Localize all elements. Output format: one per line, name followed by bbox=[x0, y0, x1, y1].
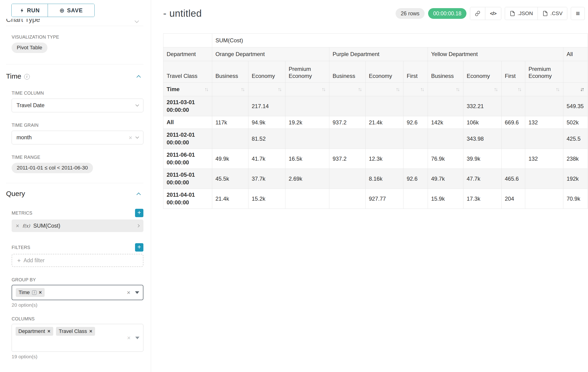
pivot-value-cell: 238k bbox=[563, 149, 588, 169]
sort-icon[interactable]: ↑↓ bbox=[241, 86, 245, 92]
save-button[interactable]: ⊕ SAVE bbox=[48, 4, 94, 17]
columns-select[interactable]: Department × Travel Class × × bbox=[12, 324, 143, 352]
sort-icon[interactable]: ↑↓ bbox=[494, 86, 498, 92]
metric-name: SUM(Cost) bbox=[33, 223, 60, 229]
sort-wrap: ↑↓ bbox=[333, 86, 362, 92]
viz-type-pill[interactable]: Pivot Table bbox=[12, 43, 47, 53]
group-by-chip-time[interactable]: Time i × bbox=[16, 288, 45, 297]
code-icon: </> bbox=[490, 11, 496, 16]
pivot-class-header: First bbox=[502, 61, 525, 83]
sort-icon[interactable]: ↑↓ bbox=[518, 86, 522, 92]
pivot-sort-cell: ↑↓ bbox=[428, 83, 463, 96]
add-metric-button[interactable]: + bbox=[135, 209, 143, 217]
add-filter-plus-button[interactable]: + bbox=[135, 243, 143, 252]
clear-icon[interactable]: × bbox=[127, 289, 130, 296]
pivot-sort-cell: ↑↓ bbox=[403, 83, 428, 96]
time-column-select[interactable]: Travel Date bbox=[12, 99, 143, 112]
info-icon[interactable]: i bbox=[24, 74, 30, 80]
query-section-title: Query bbox=[6, 190, 25, 198]
caret-down-icon[interactable] bbox=[136, 103, 139, 107]
export-csv-button[interactable]: .CSV bbox=[537, 7, 567, 20]
metric-chip[interactable]: × f(x) SUM(Cost) bbox=[12, 220, 143, 232]
export-button-group: .JSON .CSV bbox=[505, 7, 567, 20]
chart-title[interactable]: - untitled bbox=[163, 8, 202, 19]
pivot-value-cell bbox=[525, 169, 563, 189]
remove-chip-icon[interactable]: × bbox=[39, 290, 42, 295]
more-options-button[interactable]: ≡ bbox=[571, 7, 585, 20]
pivot-value-cell: 37.7k bbox=[248, 169, 285, 189]
pivot-class-header: Business bbox=[428, 61, 463, 83]
sort-icon[interactable]: ↑↓ bbox=[358, 86, 362, 92]
collapse-chevron-icon[interactable] bbox=[136, 192, 141, 197]
time-grain-select[interactable]: month × bbox=[12, 131, 143, 144]
caret-down-icon[interactable] bbox=[135, 291, 139, 294]
pivot-class-header: Business bbox=[329, 61, 366, 83]
info-badge-icon[interactable]: i bbox=[32, 290, 36, 295]
visualization-type-label: VISUALIZATION TYPE bbox=[12, 34, 143, 40]
pivot-sort-cell: ↑↓ bbox=[463, 83, 502, 96]
hamburger-menu-icon: ≡ bbox=[576, 10, 580, 17]
pivot-value-cell: 927.77 bbox=[366, 189, 403, 209]
plus-circle-icon: ⊕ bbox=[60, 7, 65, 13]
chevron-right-icon[interactable] bbox=[136, 224, 140, 227]
pivot-value-cell: 204 bbox=[502, 189, 525, 209]
caret-down-icon[interactable] bbox=[135, 337, 139, 339]
pivot-value-cell bbox=[403, 96, 428, 116]
pivot-value-cell: 465.6 bbox=[502, 169, 525, 189]
chart-header-actions: 26 rows 00:00:00.18 </> .JSON bbox=[396, 7, 585, 20]
metrics-label: METRICS bbox=[12, 210, 32, 216]
sort-icon[interactable]: ↑↓ bbox=[205, 86, 209, 92]
pivot-value-cell: 19.2k bbox=[285, 116, 329, 129]
time-section-header[interactable]: Time i bbox=[6, 72, 143, 80]
pivot-value-cell: 132 bbox=[525, 116, 563, 129]
pivot-value-cell bbox=[329, 129, 366, 149]
pivot-value-cell: 192k bbox=[563, 169, 588, 189]
time-range-pill[interactable]: 2011-01-01 ≤ col < 2011-06-30 bbox=[12, 163, 93, 173]
columns-chip-department[interactable]: Department × bbox=[16, 327, 53, 336]
collapse-chevron-icon[interactable] bbox=[136, 75, 141, 79]
sort-icon[interactable]: ↑↓ bbox=[456, 86, 460, 92]
pivot-row-label: 2011-03-01 00:00:00 bbox=[163, 96, 212, 116]
query-section-header[interactable]: Query bbox=[6, 190, 143, 198]
row-count-badge: 26 rows bbox=[396, 8, 425, 19]
copy-link-button[interactable] bbox=[470, 7, 485, 20]
add-filter-button[interactable]: + Add filter bbox=[12, 254, 143, 267]
time-column-value: Travel Date bbox=[17, 102, 45, 109]
pivot-value-cell bbox=[502, 96, 525, 116]
pivot-value-cell bbox=[285, 129, 329, 149]
export-json-label: .JSON bbox=[518, 11, 533, 17]
share-button-group: </> bbox=[470, 7, 501, 20]
caret-down-icon[interactable] bbox=[136, 135, 139, 139]
sort-wrap: ↑↓ bbox=[289, 86, 326, 92]
file-icon bbox=[510, 11, 515, 16]
sort-icon[interactable]: ↑↓ bbox=[322, 86, 326, 92]
clear-icon[interactable]: × bbox=[127, 335, 131, 341]
remove-chip-icon[interactable]: × bbox=[47, 329, 51, 334]
sort-icon-active[interactable]: ↓↑ bbox=[580, 86, 584, 92]
sort-icon[interactable]: ↑↓ bbox=[556, 86, 560, 92]
pivot-data-row: 2011-06-01 00:00:0049.9k41.7k16.5k937.21… bbox=[163, 149, 588, 169]
time-grain-label: TIME GRAIN bbox=[12, 123, 143, 128]
clear-icon[interactable]: × bbox=[129, 135, 132, 141]
group-by-label: GROUP BY bbox=[12, 277, 143, 283]
run-button[interactable]: RUN bbox=[12, 4, 48, 17]
sort-icon[interactable]: ↑↓ bbox=[396, 86, 400, 92]
pivot-value-cell: 15.9k bbox=[428, 189, 463, 209]
pivot-value-cell: 332.21 bbox=[463, 96, 502, 116]
pivot-value-cell bbox=[212, 96, 248, 116]
remove-metric-icon[interactable]: × bbox=[16, 223, 19, 229]
pivot-value-cell: 142k bbox=[428, 116, 463, 129]
chart-type-heading: Chart Type bbox=[6, 19, 143, 23]
pivot-class-header: Premium Economy bbox=[525, 61, 563, 83]
pivot-class-header-empty bbox=[563, 61, 588, 83]
columns-chip-travel-class[interactable]: Travel Class × bbox=[56, 327, 95, 336]
group-by-select[interactable]: Time i × × bbox=[12, 285, 143, 300]
pivot-travel-class-label: Travel Class bbox=[163, 61, 212, 83]
sort-icon[interactable]: ↑↓ bbox=[278, 86, 282, 92]
sort-icon[interactable]: ↑↓ bbox=[420, 86, 424, 92]
pivot-value-cell: 92.6 bbox=[403, 116, 428, 129]
embed-code-button[interactable]: </> bbox=[485, 7, 501, 20]
remove-chip-icon[interactable]: × bbox=[89, 329, 92, 334]
chart-type-section-header[interactable]: Chart Type bbox=[6, 19, 143, 24]
export-json-button[interactable]: .JSON bbox=[505, 7, 537, 20]
